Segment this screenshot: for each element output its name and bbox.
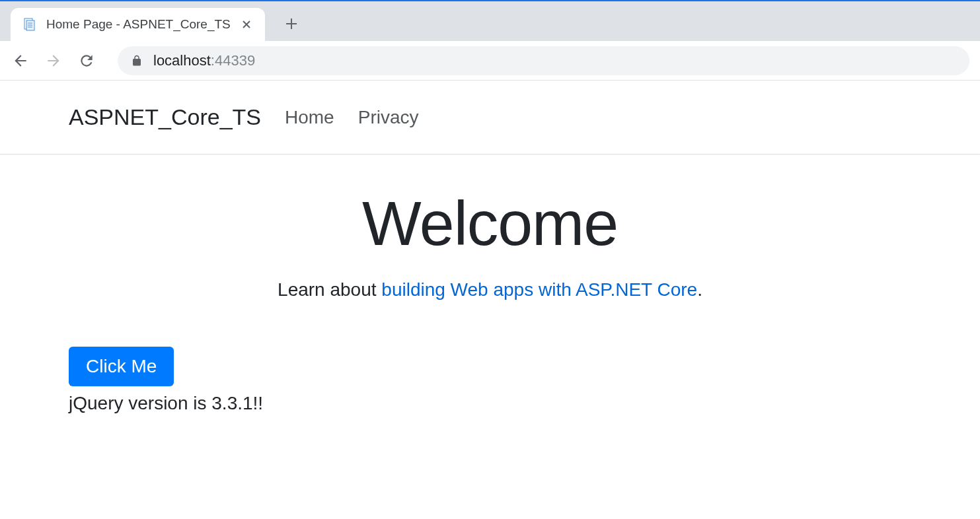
nav-link-home[interactable]: Home	[285, 107, 334, 128]
url-text: localhost:44339	[153, 52, 255, 69]
browser-chrome: Home Page - ASPNET_Core_TS	[0, 0, 980, 81]
hero-sub-suffix: .	[697, 279, 702, 300]
reload-button[interactable]	[77, 51, 96, 71]
hero-sub-prefix: Learn about	[278, 279, 381, 300]
new-tab-button[interactable]	[278, 11, 305, 37]
click-me-button[interactable]: Click Me	[69, 347, 174, 386]
tab-bar: Home Page - ASPNET_Core_TS	[0, 1, 980, 41]
close-tab-icon[interactable]	[240, 18, 253, 31]
tab-title: Home Page - ASPNET_Core_TS	[46, 17, 231, 32]
hero-subtitle: Learn about building Web apps with ASP.N…	[0, 279, 980, 300]
forward-button[interactable]	[44, 51, 63, 71]
address-bar[interactable]: localhost:44339	[118, 46, 969, 75]
body-section: Click Me jQuery version is 3.3.1!!	[0, 300, 980, 414]
lock-icon	[131, 55, 143, 67]
jquery-version-text: jQuery version is 3.3.1!!	[69, 393, 911, 414]
browser-toolbar: localhost:44339	[0, 41, 980, 81]
url-port: :44339	[211, 52, 255, 69]
tab-favicon-icon	[22, 17, 37, 32]
hero-title: Welcome	[0, 188, 980, 260]
nav-link-privacy[interactable]: Privacy	[358, 107, 419, 128]
hero-section: Welcome Learn about building Web apps wi…	[0, 155, 980, 300]
back-button[interactable]	[11, 51, 30, 71]
page-content: ASPNET_Core_TS Home Privacy Welcome Lear…	[0, 81, 980, 414]
hero-sub-link[interactable]: building Web apps with ASP.NET Core	[381, 279, 697, 300]
browser-tab[interactable]: Home Page - ASPNET_Core_TS	[11, 8, 265, 41]
brand-link[interactable]: ASPNET_Core_TS	[69, 104, 261, 130]
site-navbar: ASPNET_Core_TS Home Privacy	[0, 81, 980, 155]
url-host: localhost	[153, 52, 211, 69]
